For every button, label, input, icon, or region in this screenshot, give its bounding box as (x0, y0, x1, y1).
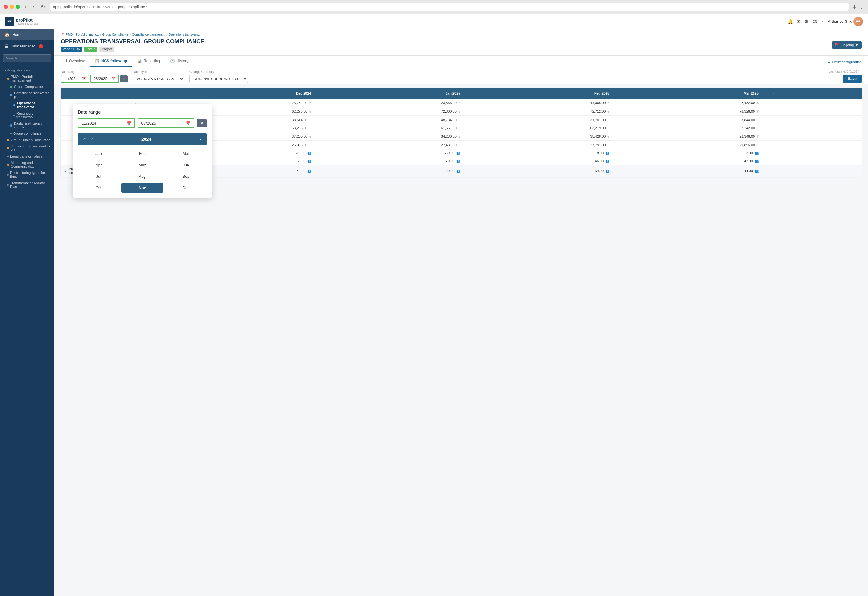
cell-nav (762, 132, 862, 141)
traffic-light-red[interactable] (4, 5, 8, 9)
back-button[interactable]: ‹ (23, 3, 28, 10)
language-selector[interactable]: EN (812, 19, 817, 24)
traffic-light-yellow[interactable] (10, 5, 14, 9)
tree-item-assignation[interactable]: ● Assignation only (0, 67, 55, 73)
tree-item-regulatory[interactable]: Regulatory transversal ... (0, 110, 55, 120)
tree-label-hr: Group Human Resources (11, 138, 50, 142)
month-jul[interactable]: Jul (78, 172, 120, 181)
ongoing-button[interactable]: 🚩 Ongoing ▼ (832, 41, 862, 49)
logo-text: proPilot (16, 18, 32, 22)
modal-calendar-icon-start: 📅 (127, 121, 131, 126)
cell-jan: -50.00 👥 (314, 149, 464, 157)
calendar-prev-prev-button[interactable]: « (81, 136, 88, 143)
user-avatar: AG (853, 17, 863, 26)
page-header: 📍 PMO - Portfolio mana... / Group Compli… (55, 29, 868, 56)
month-feb[interactable]: Feb (121, 149, 163, 158)
tree-item-digital[interactable]: Digital & efficiency compli... (0, 120, 55, 130)
tree-dot-pmo (7, 77, 9, 80)
month-dec[interactable]: Dec (165, 183, 207, 193)
date-range-inputs: 11/2024 📅 03/2025 📅 ✕ (61, 75, 128, 83)
app-header: PP proPilot Powered by GT&Co 🔔 ✉ ⚙ EN ▼ … (0, 14, 868, 29)
calendar-prev-button[interactable]: ‹ (90, 136, 95, 143)
month-aug[interactable]: Aug (121, 172, 163, 181)
date-end-input[interactable]: 03/2025 📅 (90, 75, 119, 83)
month-sep[interactable]: Sep (165, 172, 207, 181)
month-oct[interactable]: Oct (78, 183, 120, 193)
tree-item-legal[interactable]: Legal transformation (0, 153, 55, 160)
month-jun[interactable]: Jun (165, 160, 207, 170)
tree-item-group-compliance[interactable]: Group Compliance (0, 84, 55, 90)
sidebar-item-tasks[interactable]: ☰ Task Manager 1 (0, 40, 55, 52)
tab-history[interactable]: 🕐 History (165, 56, 193, 67)
download-icon: ⬇ (853, 4, 857, 10)
tree-label-it: IT transformation: road to 20... (11, 144, 51, 152)
month-mar[interactable]: Mar (165, 149, 207, 158)
address-bar[interactable] (50, 3, 849, 11)
tree-item-it[interactable]: IT transformation: road to 20... (0, 143, 55, 153)
modal-clear-button[interactable]: ✕ (197, 119, 207, 127)
cell-nav (762, 157, 862, 165)
data-type-select[interactable]: ACTUALS & FORECAST (133, 75, 185, 83)
col-header-feb2025: Feb 2025 (463, 88, 613, 99)
settings-icon[interactable]: ⚙ (805, 19, 809, 24)
reporting-icon: 📊 (137, 59, 142, 63)
tab-overview[interactable]: ℹ Overview (61, 56, 90, 67)
entity-config-link[interactable]: ⚙ Entity configuration (828, 57, 862, 67)
tree-dot-leg (7, 156, 9, 157)
currency-select[interactable]: ORIGINAL CURRENCY: EUR (189, 75, 248, 83)
date-clear-button[interactable]: ✕ (120, 75, 128, 82)
tree-label-pmo: PMO - Portfolio management (11, 75, 51, 82)
notification-icon[interactable]: 🔔 (788, 19, 793, 24)
calendar-year: 2024 (141, 137, 151, 142)
breadcrumb-link-gc[interactable]: Group Compliance (102, 33, 128, 36)
tree-dot-gc (10, 86, 12, 88)
calendar-next-button[interactable]: › (198, 136, 203, 143)
tab-ncs[interactable]: 📋 NCS follow-up (90, 56, 132, 67)
sidebar-item-home[interactable]: 🏠 Home (0, 29, 55, 40)
forward-button[interactable]: › (31, 3, 36, 10)
tree-dot-hr (7, 139, 9, 141)
nav-next-button[interactable]: › (771, 90, 776, 96)
cell-feb: 27,791.00 € (463, 141, 613, 149)
sidebar-search-input[interactable] (3, 55, 51, 62)
calendar-icon-start: 📅 (81, 77, 86, 81)
refresh-button[interactable]: ↻ (39, 3, 46, 10)
tree-item-hr[interactable]: Group Human Resources (0, 137, 55, 143)
tree-item-pmo[interactable]: PMO - Portfolio management (0, 73, 55, 84)
cell-mar-subrow: 44.00 👥 (613, 165, 762, 177)
tab-history-label: History (176, 59, 188, 63)
content-area: 📍 PMO - Portfolio mana... / Group Compli… (55, 29, 868, 596)
tree-item-master-plan[interactable]: Transformation Master Plan -... (0, 180, 55, 190)
modal-date-start[interactable]: 11/2024 📅 (78, 118, 135, 128)
tree-dot-reg (13, 114, 15, 116)
breadcrumb-link-ct[interactable]: Compliance transvers... (132, 33, 165, 36)
month-nov[interactable]: Nov (121, 183, 163, 193)
flag-icon: 🚩 (835, 43, 840, 47)
mail-icon[interactable]: ✉ (797, 19, 801, 24)
cell-nav (762, 116, 862, 124)
date-start-input[interactable]: 11/2024 📅 (61, 75, 89, 83)
month-may[interactable]: May (121, 160, 163, 170)
tree-item-compliance-transversal[interactable]: Compliance transversal pr... (0, 90, 55, 100)
col-header-mar2025: Mar 2025 (613, 88, 762, 99)
calendar-icon-end: 📅 (111, 77, 116, 81)
save-button[interactable]: Save (843, 75, 862, 83)
data-type-label: Data Type (133, 70, 185, 74)
month-jan[interactable]: Jan (78, 149, 120, 158)
breadcrumb-sep1: / (100, 33, 101, 36)
task-badge: 1 (38, 44, 43, 48)
month-apr[interactable]: Apr (78, 160, 120, 170)
menu-icon: ⋮ (859, 4, 864, 10)
nav-prev-button[interactable]: ‹ (765, 90, 770, 96)
logo-sub: Powered by GT&Co (16, 22, 38, 25)
tree-item-restructuring[interactable]: Restructuring types for firms (0, 170, 55, 180)
breadcrumb-link-pmo[interactable]: PMO - Portfolio mana... (66, 33, 99, 36)
modal-date-end[interactable]: 03/2025 📅 (137, 118, 195, 128)
tree-dot-ops (13, 104, 15, 106)
tab-reporting[interactable]: 📊 Reporting (132, 56, 165, 67)
tree-item-marketing[interactable]: Marketing and Communicati... (0, 160, 55, 170)
tree-item-operations[interactable]: Operations transversal ... (0, 100, 55, 110)
tree-item-group-comp[interactable]: Group compliance (0, 130, 55, 137)
breadcrumb-link-ops[interactable]: Operations transvers... (168, 33, 201, 36)
traffic-light-green[interactable] (16, 5, 20, 9)
